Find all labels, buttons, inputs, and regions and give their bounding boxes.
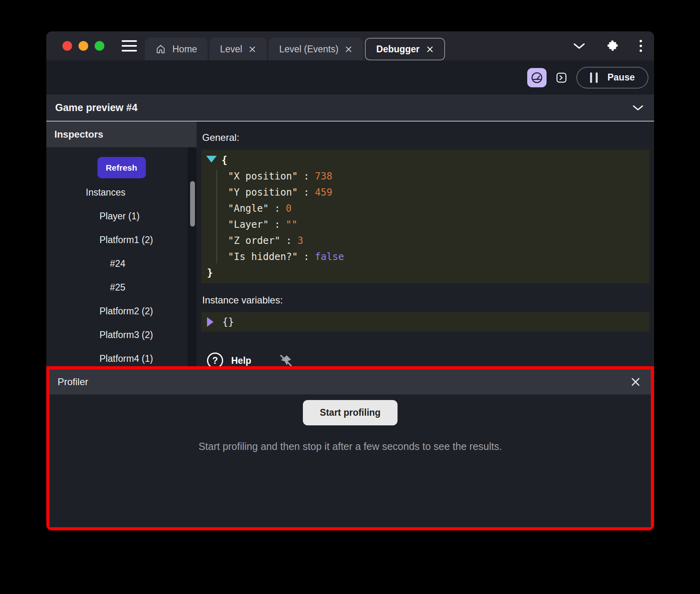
tree-item-label: #24 (110, 258, 125, 269)
tab-home[interactable]: Home (145, 38, 207, 60)
tree-item-platform2[interactable]: Platform2 (2) (46, 299, 197, 323)
kebab-menu-icon (640, 40, 642, 52)
collapse-toggle-icon[interactable] (206, 156, 217, 163)
profiler-header: Profiler (50, 369, 651, 394)
json-entry-angle: "Angle" : 0 (201, 200, 649, 217)
general-heading: General: (202, 132, 649, 143)
tree-item-player[interactable]: Player (1) (46, 204, 197, 228)
instance-variables-json-view: {} (201, 312, 649, 332)
chevron-down-icon (632, 105, 644, 111)
console-button[interactable] (553, 69, 570, 86)
profiler-panel: Profiler Start profiling Start profiling… (46, 366, 654, 530)
profiler-body: Start profiling Start profiling and then… (50, 394, 651, 452)
tree-item-label: Platform1 (2) (99, 235, 153, 245)
json-entry-is-hidden: "Is hidden?" : false (201, 249, 649, 265)
console-icon (556, 72, 567, 83)
close-icon[interactable] (345, 45, 352, 53)
tab-level-events[interactable]: Level (Events) (269, 38, 363, 60)
tab-debugger[interactable]: Debugger (365, 38, 445, 60)
empty-object: {} (222, 316, 234, 328)
desktop-background: Home Level Level (Events) Debugger (0, 0, 700, 594)
tree-item-label: Platform3 (2) (99, 330, 153, 340)
tab-label: Debugger (376, 44, 419, 55)
tab-label: Level (Events) (279, 44, 338, 55)
json-entries: "X position" : 738 "Y position" : 459 "A… (201, 168, 649, 265)
close-icon (630, 376, 641, 388)
json-entry-x-position: "X position" : 738 (201, 168, 649, 184)
refresh-button[interactable]: Refresh (97, 157, 146, 178)
open-brace: { (222, 155, 227, 166)
close-icon[interactable] (249, 45, 256, 53)
tab-label: Level (220, 44, 242, 55)
game-preview-selector[interactable]: Game preview #4 (46, 95, 654, 122)
json-entry-z-order: "Z order" : 3 (201, 233, 649, 249)
tree-item-label: Platform2 (2) (99, 306, 153, 317)
tree-item-label: Instances (86, 187, 125, 198)
tree-item-instance-24[interactable]: #24 (46, 252, 197, 276)
more-menu-button[interactable] (640, 40, 642, 52)
tab-level[interactable]: Level (209, 38, 267, 60)
pause-label: Pause (607, 72, 635, 83)
puzzle-icon (606, 40, 619, 52)
profiler-title: Profiler (58, 376, 88, 388)
json-close-row: } (201, 265, 649, 281)
tab-bar: Home Level Level (Events) Debugger (145, 38, 445, 60)
expand-toggle-icon[interactable] (207, 317, 213, 327)
instance-variables-heading: Instance variables: (202, 295, 649, 306)
pause-icon (590, 72, 598, 83)
tree-guide-line (216, 170, 217, 263)
extensions-button[interactable] (606, 40, 619, 52)
titlebar: Home Level Level (Events) Debugger (46, 31, 654, 60)
close-profiler-button[interactable] (630, 376, 641, 388)
profiler-description: Start profiling and then stop it after a… (50, 441, 651, 452)
tab-label: Home (172, 44, 197, 55)
json-root-row: { (201, 152, 649, 168)
tree-item-instance-25[interactable]: #25 (46, 276, 197, 299)
debugger-toolbar: Pause (46, 60, 654, 95)
scrollbar-thumb[interactable] (190, 181, 195, 227)
titlebar-actions (573, 31, 642, 60)
tab-overflow-button[interactable] (573, 43, 585, 50)
inspectors-header: Inspectors (46, 122, 197, 147)
close-window-button[interactable] (62, 41, 72, 51)
tree-item-instances[interactable]: Instances (46, 181, 197, 204)
minimize-window-button[interactable] (79, 41, 88, 51)
zoom-window-button[interactable] (95, 41, 104, 51)
close-icon[interactable] (426, 45, 434, 53)
json-entry-layer: "Layer" : "" (201, 217, 649, 233)
tree-item-label: Platform4 (1) (99, 353, 153, 364)
help-label: Help (231, 355, 251, 366)
home-icon (155, 44, 166, 54)
app-window: Home Level Level (Events) Debugger (46, 31, 654, 530)
tree-item-platform3[interactable]: Platform3 (2) (46, 323, 197, 347)
main-menu-icon[interactable] (122, 40, 137, 52)
tree-item-platform1[interactable]: Platform1 (2) (46, 228, 197, 252)
pause-button[interactable]: Pause (576, 67, 648, 89)
start-profiling-button[interactable]: Start profiling (303, 400, 398, 425)
tree-item-label: #25 (110, 282, 125, 293)
close-brace: } (207, 267, 213, 278)
inspectors-title: Inspectors (54, 129, 103, 140)
json-entry-y-position: "Y position" : 459 (201, 184, 649, 200)
profiler-toggle-button[interactable] (527, 68, 547, 87)
gauge-icon (530, 71, 543, 84)
tree-item-label: Player (1) (99, 211, 140, 222)
general-json-view: { "X position" : 738 "Y position" : 459 (201, 150, 649, 283)
window-controls (62, 41, 104, 51)
game-preview-title: Game preview #4 (55, 102, 137, 113)
chevron-down-icon (573, 43, 585, 50)
